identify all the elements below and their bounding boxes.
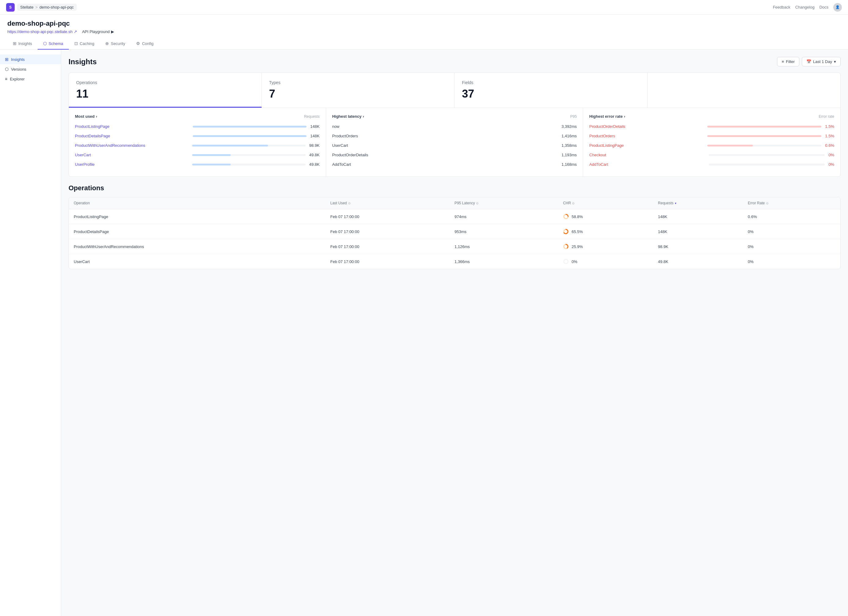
security-tab-icon: ⊕: [105, 41, 109, 46]
date-range-button[interactable]: 📅 Last 1 Day ▾: [802, 57, 841, 67]
error-rate-title[interactable]: Highest error rate ›: [589, 114, 625, 118]
operations-value: 11: [76, 87, 254, 100]
app-logo[interactable]: S: [6, 3, 15, 12]
most-used-value-0: 148K: [310, 124, 319, 129]
error-rate-sort-icon: ⊙: [766, 201, 768, 205]
row-2-error-rate: 0%: [743, 239, 841, 254]
error-rate-name-1[interactable]: ProductOrders: [589, 134, 704, 138]
error-rate-name-4[interactable]: AddToCart: [589, 162, 705, 167]
most-used-value-1: 148K: [310, 134, 319, 138]
error-rate-name-3[interactable]: Checkout: [589, 153, 705, 157]
most-used-name-4[interactable]: UserProfile: [75, 162, 188, 167]
error-rate-item-1: ProductOrders 1.5%: [589, 132, 834, 139]
row-0-p95-latency: 974ms: [450, 209, 558, 224]
fields-label: Fields: [462, 80, 640, 85]
breadcrumb-separator: >: [35, 5, 38, 9]
p95-sort-icon: ⊙: [476, 201, 479, 205]
most-used-name-1[interactable]: ProductDetailsPage: [75, 134, 189, 138]
row-0-error-rate: 0.6%: [743, 209, 841, 224]
latency-column-label: P95: [570, 114, 577, 118]
error-rate-value-2: 0.6%: [825, 143, 834, 148]
filter-button[interactable]: ≡ Filter: [777, 57, 799, 67]
most-used-bar-1: [193, 135, 307, 137]
caching-tab-icon: ⊡: [74, 41, 78, 46]
highest-error-rate-section: Highest error rate › Error rate ProductO…: [583, 108, 841, 176]
most-used-item-0: ProductListingPage 148K: [75, 123, 320, 130]
tab-insights[interactable]: ⊞ Insights: [7, 38, 38, 50]
error-rate-bar-4: [709, 164, 825, 166]
sidebar: ⊞ Insights ⬡ Versions ≡ Explorer: [0, 50, 61, 616]
config-tab-icon: ⚙: [136, 41, 140, 46]
row-1-error-rate: 0%: [743, 224, 841, 239]
insights-sidebar-icon: ⊞: [5, 57, 9, 62]
api-playground-link[interactable]: API Playground ▶: [82, 30, 114, 34]
col-operation: Operation: [69, 197, 326, 209]
feedback-link[interactable]: Feedback: [773, 5, 790, 9]
error-rate-arrow: ›: [624, 114, 625, 118]
error-rate-bar-2: [707, 145, 822, 147]
col-chr[interactable]: CHR ⊙: [558, 197, 653, 209]
content-area: Insights ≡ Filter 📅 Last 1 Day ▾ Operati…: [61, 50, 848, 616]
most-used-name-2[interactable]: ProductWithUserAndRecommendations: [75, 143, 188, 148]
col-p95-latency[interactable]: P95 Latency ⊙: [450, 197, 558, 209]
latency-value-4: 1,168ms: [561, 162, 577, 167]
row-0-last-used: Feb 07 17:00:00: [326, 209, 450, 224]
highest-latency-title[interactable]: Highest latency ›: [332, 114, 364, 118]
col-requests[interactable]: Requests ▾: [653, 197, 743, 209]
error-rate-value-1: 1.5%: [825, 134, 834, 138]
row-2-p95-latency: 1,126ms: [450, 239, 558, 254]
most-used-item-1: ProductDetailsPage 148K: [75, 132, 320, 139]
most-used-name-3[interactable]: UserCart: [75, 153, 188, 157]
error-rate-name-0[interactable]: ProductOrderDetails: [589, 124, 704, 129]
filter-icon: ≡: [781, 59, 784, 64]
tab-schema[interactable]: ⬡ Schema: [38, 38, 69, 50]
project-url[interactable]: https://demo-shop-api-pqc.stellate.sh ↗: [7, 30, 77, 34]
user-avatar[interactable]: 👤: [833, 3, 842, 12]
types-label: Types: [269, 80, 447, 85]
row-0-operation: ProductListingPage: [69, 209, 326, 224]
latency-value-0: 3,392ms: [561, 124, 577, 129]
breadcrumb-project[interactable]: demo-shop-api-pqc: [40, 5, 74, 9]
insights-tab-icon: ⊞: [13, 41, 16, 46]
table-row[interactable]: ProductWithUserAndRecommendations Feb 07…: [69, 239, 841, 254]
breadcrumb-org[interactable]: Stellate: [20, 5, 33, 9]
types-value: 7: [269, 87, 447, 100]
most-used-name-0[interactable]: ProductListingPage: [75, 124, 189, 129]
stat-operations[interactable]: Operations 11: [69, 73, 262, 108]
col-last-used[interactable]: Last Used ⊙: [326, 197, 450, 209]
stat-fields[interactable]: Fields 37: [455, 73, 648, 108]
table-row[interactable]: UserCart Feb 07 17:00:00 1,366ms 0% 49.: [69, 254, 841, 269]
tab-caching[interactable]: ⊡ Caching: [69, 38, 100, 50]
stat-types[interactable]: Types 7: [262, 73, 455, 108]
col-error-rate[interactable]: Error Rate ⊙: [743, 197, 841, 209]
error-rate-value-0: 1.5%: [825, 124, 834, 129]
error-rate-name-2[interactable]: ProductListingPage: [589, 143, 704, 148]
most-used-bar-2: [192, 145, 305, 147]
operations-table-container: Operation Last Used ⊙ P95 Latency ⊙: [68, 197, 841, 269]
latency-item-4: AddToCart 1,168ms: [332, 161, 577, 168]
changelog-link[interactable]: Changelog: [795, 5, 814, 9]
tab-config[interactable]: ⚙ Config: [130, 38, 159, 50]
sidebar-item-insights[interactable]: ⊞ Insights: [0, 55, 61, 64]
latency-name-0: now: [332, 124, 562, 129]
main-tabs: ⊞ Insights ⬡ Schema ⊡ Caching ⊕ Security…: [7, 38, 841, 49]
most-used-bar-3: [192, 154, 305, 156]
svg-point-3: [564, 259, 568, 264]
most-used-title[interactable]: Most used ›: [75, 114, 97, 118]
row-0-requests: 148K: [653, 209, 743, 224]
error-rate-value-4: 0%: [829, 162, 834, 167]
table-row[interactable]: ProductListingPage Feb 07 17:00:00 974ms…: [69, 209, 841, 224]
error-rate-header: Highest error rate › Error rate: [589, 114, 834, 118]
latency-value-3: 1,193ms: [561, 153, 577, 157]
row-3-requests: 49.8K: [653, 254, 743, 269]
breadcrumb[interactable]: Stellate > demo-shop-api-pqc: [17, 4, 77, 11]
tab-security[interactable]: ⊕ Security: [100, 38, 130, 50]
most-used-header: Most used › Requests: [75, 114, 320, 118]
header-actions: ≡ Filter 📅 Last 1 Day ▾: [777, 57, 841, 67]
sidebar-item-versions[interactable]: ⬡ Versions: [0, 64, 61, 74]
operations-section-title: Operations: [68, 184, 841, 192]
table-row[interactable]: ProductDetailsPage Feb 07 17:00:00 953ms…: [69, 224, 841, 239]
sidebar-item-explorer[interactable]: ≡ Explorer: [0, 74, 61, 84]
docs-link[interactable]: Docs: [819, 5, 829, 9]
chr-spinner-3: [563, 258, 569, 265]
